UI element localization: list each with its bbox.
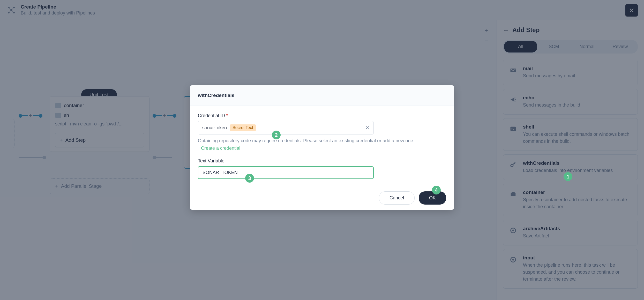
credential-help-text: Obtaining repository code may require cr… xyxy=(198,137,415,152)
annotation-1: 1 xyxy=(564,172,572,181)
credential-type-badge: Secret Text xyxy=(230,124,256,131)
modal-overlay: withCredentials Credential ID* sonar-tok… xyxy=(0,0,644,300)
with-credentials-modal: withCredentials Credential ID* sonar-tok… xyxy=(190,85,454,210)
annotation-2: 2 xyxy=(272,131,281,139)
credential-value: sonar-token xyxy=(202,125,227,131)
create-credential-link[interactable]: Create a credential xyxy=(201,146,240,151)
text-variable-input[interactable] xyxy=(198,166,374,179)
text-variable-label: Text Variable xyxy=(198,158,446,164)
credential-id-select[interactable]: sonar-token Secret Text ✕ xyxy=(198,121,374,134)
ok-button[interactable]: OK xyxy=(419,191,446,205)
cancel-button[interactable]: Cancel xyxy=(379,191,415,205)
clear-credential-button[interactable]: ✕ xyxy=(365,125,369,131)
modal-title: withCredentials xyxy=(190,85,454,106)
annotation-3: 3 xyxy=(245,174,254,183)
credential-id-label: Credential ID* xyxy=(198,113,446,118)
annotation-4: 4 xyxy=(432,186,441,194)
